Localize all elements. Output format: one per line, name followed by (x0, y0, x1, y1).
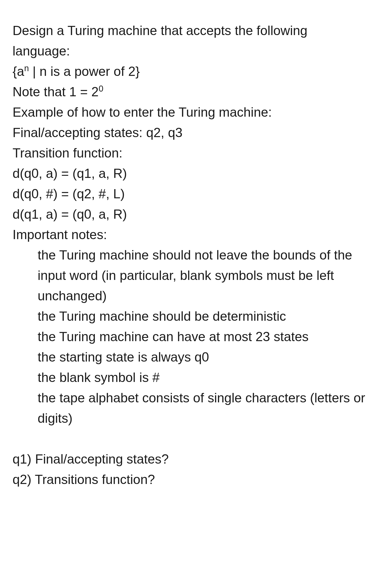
note-line: Note that 1 = 20 (13, 82, 379, 102)
list-item: the Turing machine should not leave the … (38, 245, 379, 306)
list-item: the Turing machine should be determinist… (38, 306, 379, 326)
list-item: the tape alphabet consists of single cha… (38, 388, 379, 429)
note-superscript: 0 (99, 84, 103, 93)
transition-3: d(q1, a) = (q0, a, R) (13, 204, 379, 224)
list-item: the starting state is always q0 (38, 347, 379, 367)
language-definition: {an | n is a power of 2} (13, 61, 379, 82)
questions-section: q1) Final/accepting states? q2) Transiti… (13, 449, 379, 490)
note-prefix: Note that 1 = 2 (13, 84, 99, 99)
problem-statement-line1: Design a Turing machine that accepts the… (13, 20, 379, 41)
list-item: the Turing machine can have at most 23 s… (38, 326, 379, 347)
question-2: q2) Transitions function? (13, 469, 379, 490)
transition-function-header: Transition function: (13, 143, 379, 163)
important-notes-header: Important notes: (13, 224, 379, 245)
transition-2: d(q0, #) = (q2, #, L) (13, 184, 379, 204)
final-states-example: Final/accepting states: q2, q3 (13, 122, 379, 143)
notes-list: the Turing machine should not leave the … (13, 245, 379, 429)
transition-1: d(q0, a) = (q1, a, R) (13, 163, 379, 184)
problem-statement-line2: language: (13, 41, 379, 61)
question-1: q1) Final/accepting states? (13, 449, 379, 469)
lang-suffix: | n is a power of 2} (29, 64, 140, 79)
lang-prefix: {a (13, 64, 24, 79)
lang-superscript: n (24, 64, 29, 73)
list-item: the blank symbol is # (38, 367, 379, 388)
example-header: Example of how to enter the Turing machi… (13, 102, 379, 122)
